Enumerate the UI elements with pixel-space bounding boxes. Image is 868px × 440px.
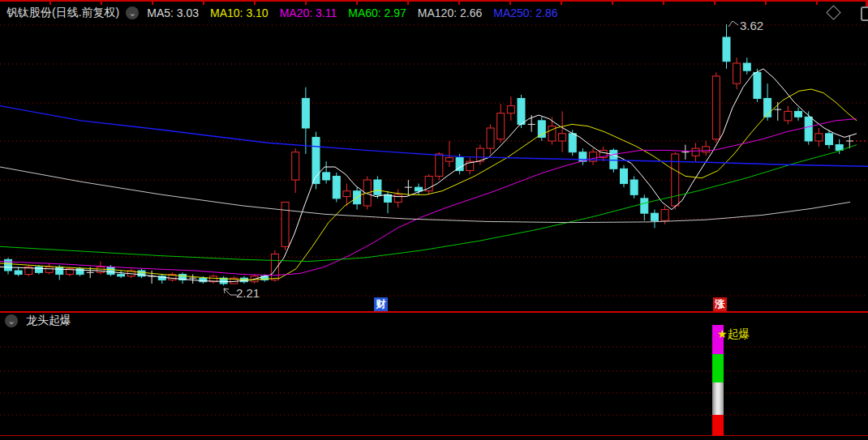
app-window: 钒钛股份(日线.前复权) ⌄ MA5: 3.03 MA10: 3.10 MA20… — [0, 0, 868, 440]
panel-separator[interactable] — [0, 311, 868, 313]
low-price-annotation: 2.21 — [236, 286, 260, 300]
sub-panel-header: ⌄ 龙头起爆 — [5, 314, 71, 328]
signal-label: ★起爆 — [717, 327, 750, 342]
indicator-title: 龙头起爆 — [26, 314, 71, 328]
signal-column-segment — [712, 415, 724, 436]
signal-column-segment — [712, 382, 724, 415]
bottom-border — [0, 435, 868, 436]
chevron-down-icon[interactable]: ⌄ — [5, 314, 18, 327]
rise-alert-badge[interactable]: 涨 — [713, 297, 727, 311]
high-price-annotation: 3.62 — [740, 19, 763, 32]
signal-column-segment — [712, 354, 724, 382]
finance-report-badge[interactable]: 财 — [374, 297, 388, 311]
price-chart-canvas[interactable] — [0, 0, 868, 440]
